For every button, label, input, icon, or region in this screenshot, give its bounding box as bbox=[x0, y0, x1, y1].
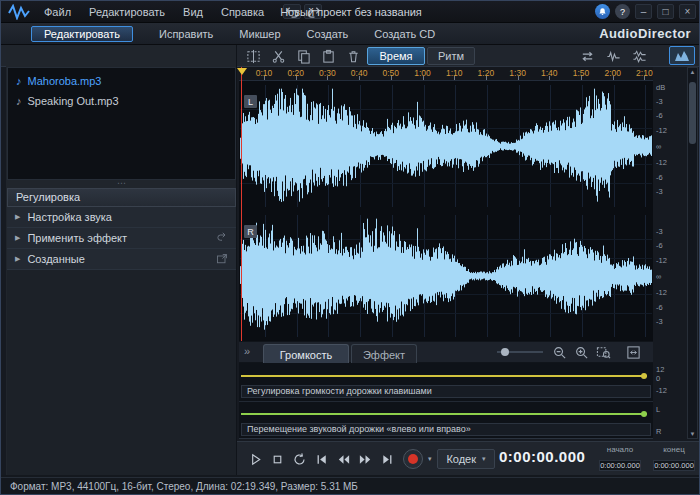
scrollbar-thumb[interactable] bbox=[689, 82, 696, 144]
ruler-label: 2:00 bbox=[601, 68, 625, 78]
copy-icon[interactable] bbox=[295, 48, 312, 65]
zoom-in-icon[interactable] bbox=[573, 344, 590, 361]
end-value-field[interactable]: 0:00:00.000 bbox=[653, 460, 695, 471]
panel-splitter[interactable]: ⋯ bbox=[7, 180, 236, 188]
vertical-scrollbar[interactable]: ▲ ▼ bbox=[687, 67, 698, 439]
reset-effect-icon[interactable] bbox=[216, 232, 228, 244]
next-button[interactable] bbox=[377, 449, 397, 469]
loop-button[interactable] bbox=[289, 449, 309, 469]
play-button[interactable] bbox=[245, 449, 265, 469]
zoom-selection-icon[interactable] bbox=[595, 344, 612, 361]
waveform-display[interactable] bbox=[239, 81, 653, 341]
ruler-tick bbox=[359, 76, 360, 80]
start-value-field[interactable]: 0:00:00.000 bbox=[599, 460, 641, 471]
tab-edit[interactable]: Редактировать bbox=[31, 26, 133, 42]
waveform-left-channel[interactable] bbox=[240, 85, 652, 207]
volume-keyframe-dot[interactable] bbox=[641, 373, 647, 379]
tab-volume[interactable]: Громкость bbox=[263, 344, 349, 364]
scroll-up-icon[interactable]: ▲ bbox=[688, 69, 697, 75]
rewind-button[interactable] bbox=[333, 449, 353, 469]
db-label: -6 bbox=[656, 173, 663, 182]
ruler-tick bbox=[581, 76, 582, 80]
start-label: начало bbox=[595, 445, 645, 454]
cut-icon[interactable] bbox=[270, 48, 287, 65]
stop-button[interactable] bbox=[267, 449, 287, 469]
adjustment-panel-title: Регулировка bbox=[7, 188, 236, 207]
section-apply-effect[interactable]: ▶ Применить эффект bbox=[7, 228, 236, 249]
ruler-label: 0:50 bbox=[379, 68, 403, 78]
waveform-view-icon[interactable] bbox=[605, 48, 622, 65]
record-button[interactable] bbox=[403, 449, 423, 469]
dual-waveform-icon[interactable] bbox=[631, 48, 648, 65]
waveform-right-channel[interactable] bbox=[240, 215, 652, 337]
time-view-button[interactable]: Время bbox=[367, 47, 425, 65]
scroll-down-icon[interactable]: ▼ bbox=[688, 431, 697, 437]
zoom-slider-handle[interactable] bbox=[501, 348, 509, 356]
ruler-label: 0:20 bbox=[284, 68, 308, 78]
notification-bell-icon[interactable] bbox=[595, 4, 610, 19]
transport-bar: ▾ Кодек▾ 0:00:00.000 начало 0:00:00.000 … bbox=[237, 441, 700, 476]
range-select-icon[interactable] bbox=[245, 48, 262, 65]
status-bar: Формат: MP3, 44100Гц, 16-бит, Стерео, Дл… bbox=[1, 477, 700, 495]
chevron-down-icon[interactable]: ▾ bbox=[428, 455, 432, 463]
db-label: -6 bbox=[656, 303, 663, 312]
chevron-right-icon: ▶ bbox=[15, 213, 20, 221]
file-name: Speaking Out.mp3 bbox=[28, 95, 119, 107]
ruler-label: 0:40 bbox=[347, 68, 371, 78]
ruler-tick bbox=[518, 76, 519, 80]
pan-keyframe-dot[interactable] bbox=[641, 411, 647, 417]
ruler-tick bbox=[327, 76, 328, 80]
tab-repair[interactable]: Исправить bbox=[159, 28, 213, 40]
close-button[interactable]: × bbox=[679, 4, 696, 19]
list-item[interactable]: ♪ Speaking Out.mp3 bbox=[8, 91, 235, 111]
file-name: Mahoroba.mp3 bbox=[28, 75, 102, 87]
pan-automation-line[interactable] bbox=[241, 413, 647, 415]
delete-icon[interactable] bbox=[345, 48, 362, 65]
previous-button[interactable] bbox=[311, 449, 331, 469]
tab-create-cd[interactable]: Создать CD bbox=[374, 28, 435, 40]
music-note-icon: ♪ bbox=[16, 95, 22, 107]
selection-end: конец 0:00:00.000 bbox=[649, 445, 699, 472]
collapse-panel-icon[interactable]: » bbox=[244, 345, 250, 357]
open-produced-icon[interactable] bbox=[216, 253, 228, 265]
section-label: Настройка звука bbox=[27, 211, 112, 223]
menu-file[interactable]: Файл bbox=[35, 1, 80, 23]
db-label: ∞ bbox=[656, 272, 661, 281]
minimize-button[interactable]: – bbox=[635, 4, 652, 19]
timeline-ruler[interactable]: 0:100:200:300:400:501:001:101:201:301:40… bbox=[239, 67, 653, 81]
tab-mixer[interactable]: Микшер bbox=[239, 28, 280, 40]
selection-start: начало 0:00:00.000 bbox=[595, 445, 645, 472]
audiodirector-window: Файл Редактировать Вид Справка Новый про… bbox=[0, 0, 700, 495]
tab-effect[interactable]: Эффект bbox=[351, 344, 417, 364]
zoom-out-icon[interactable] bbox=[551, 344, 568, 361]
list-item[interactable]: ♪ Mahoroba.mp3 bbox=[8, 71, 235, 91]
menu-view[interactable]: Вид bbox=[174, 1, 212, 23]
pan-lane-label: Перемещение звуковой дорожки «влево или … bbox=[241, 423, 651, 436]
beat-view-button[interactable]: Ритм bbox=[427, 47, 475, 65]
volume-lane-label: Регулировка громкости дорожки клавишами bbox=[241, 385, 651, 398]
section-produced[interactable]: ▶ Созданные bbox=[7, 249, 236, 270]
fast-forward-button[interactable] bbox=[355, 449, 375, 469]
volume-automation-line[interactable] bbox=[241, 375, 647, 377]
swap-channels-icon[interactable] bbox=[579, 48, 596, 65]
codec-button[interactable]: Кодек▾ bbox=[437, 449, 495, 469]
menu-help[interactable]: Справка bbox=[212, 1, 273, 23]
db-label: -3 bbox=[656, 187, 663, 196]
fit-project-icon[interactable] bbox=[625, 344, 642, 361]
playhead-marker[interactable] bbox=[237, 68, 247, 75]
db-label: 12 bbox=[656, 365, 664, 374]
section-sound-settings[interactable]: ▶ Настройка звука bbox=[7, 207, 236, 228]
ruler-label: 1:00 bbox=[411, 68, 435, 78]
ruler-label: 1:10 bbox=[442, 68, 466, 78]
channel-badge-right: R bbox=[244, 225, 257, 238]
menu-edit[interactable]: Редактировать bbox=[80, 1, 174, 23]
tab-produce[interactable]: Создать bbox=[307, 28, 349, 40]
db-label: ∞ bbox=[656, 142, 661, 151]
paste-icon[interactable] bbox=[320, 48, 337, 65]
help-icon[interactable]: ? bbox=[615, 4, 630, 19]
maximize-button[interactable]: □ bbox=[657, 4, 674, 19]
ruler-tick bbox=[264, 76, 265, 80]
ruler-label: 1:20 bbox=[474, 68, 498, 78]
spectral-view-button[interactable] bbox=[669, 46, 695, 65]
music-note-icon: ♪ bbox=[16, 75, 22, 87]
